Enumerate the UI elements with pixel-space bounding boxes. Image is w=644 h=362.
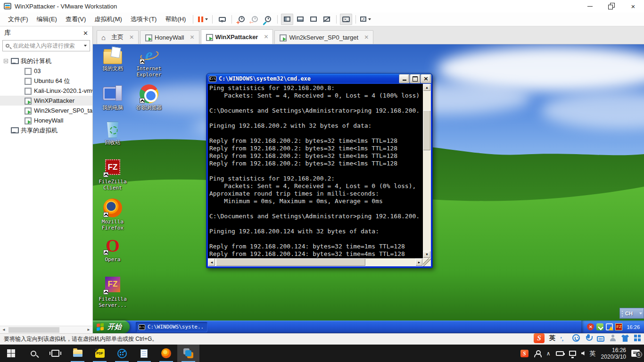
host-language-indicator[interactable]: 英 <box>590 349 596 358</box>
vm-screen[interactable]: 我的文档 Internet Explorer <box>93 44 644 333</box>
language-options-icon[interactable] <box>639 313 642 314</box>
cmd-vscrollbar[interactable]: ▲ ▼ <box>423 84 431 258</box>
pdf-app-button[interactable]: PDF <box>89 345 111 362</box>
library-close-icon[interactable]: ✕ <box>83 30 88 37</box>
host-clock[interactable]: 16:26 2020/3/10 <box>601 347 626 360</box>
vm-tree-item[interactable]: HoneyWall <box>0 115 92 125</box>
show-thumbnail-bar-button[interactable] <box>294 14 306 25</box>
vm-tree-item[interactable]: Win2kServer_SP0_targ <box>0 106 92 115</box>
fullscreen-button[interactable] <box>307 14 320 25</box>
library-search-input[interactable]: 在此处键入内容进行搜索 <box>2 40 90 51</box>
vm-tree-item[interactable]: Ubuntu 64 位 <box>0 76 92 86</box>
hscroll-thumb[interactable] <box>216 258 366 266</box>
tab-close-icon[interactable]: ✕ <box>190 34 194 41</box>
vm-tab[interactable]: Win2kServer_SP0_target ✕ <box>274 30 373 44</box>
free-stretch-button[interactable]: ↗ <box>359 14 372 25</box>
filezilla-tray-icon[interactable]: FZ <box>615 323 622 330</box>
vm-tree-item[interactable]: 我的计算机 <box>0 56 92 66</box>
manage-snapshots-button[interactable] <box>262 14 274 25</box>
revert-snapshot-button[interactable]: ← <box>248 14 261 25</box>
vm-tab[interactable]: HoneyWall ✕ <box>140 30 199 44</box>
xp-taskbar-task-cmd[interactable]: C:\WINDOWS\syste... <box>136 322 207 332</box>
show-library-button[interactable] <box>281 14 293 25</box>
close-button[interactable]: × <box>622 0 644 12</box>
vscroll-thumb[interactable] <box>423 110 431 151</box>
file-explorer-button[interactable] <box>66 345 89 362</box>
desktop-icon[interactable]: Opera <box>96 236 129 263</box>
pause-button[interactable] <box>197 14 209 25</box>
sogou-tray-icon[interactable]: S <box>520 350 528 357</box>
restore-button[interactable] <box>601 0 622 12</box>
menu-item[interactable]: 查看(V) <box>61 13 90 25</box>
desktop-icon[interactable]: Internet Explorer <box>132 45 165 78</box>
firefox-button[interactable] <box>155 345 177 362</box>
vm-tree-item[interactable]: Kali-Linux-2020.1-vmw <box>0 86 92 96</box>
emoji-icon[interactable] <box>572 334 580 342</box>
vm-tab[interactable]: WinXPattacker ✕ <box>201 29 273 44</box>
minimize-button[interactable] <box>579 0 601 12</box>
resize-grip[interactable] <box>423 258 431 266</box>
scroll-right-icon[interactable]: ► <box>85 328 92 332</box>
cmd-close-button[interactable] <box>421 74 431 83</box>
desktop-icon[interactable]: 谷歌浏览器 <box>132 84 165 111</box>
menu-item[interactable]: 文件(F) <box>4 13 33 25</box>
cmd-output[interactable]: Ping statistics for 192.168.200.8: Packe… <box>208 84 423 258</box>
network-icon[interactable] <box>569 351 576 356</box>
tab-close-icon[interactable]: ✕ <box>264 33 268 40</box>
xp-language-bar[interactable]: CH <box>619 308 644 319</box>
menu-item[interactable]: 虚拟机(M) <box>90 13 126 25</box>
console-view-button[interactable]: >_ <box>340 14 352 25</box>
scroll-left-icon[interactable]: ◄ <box>0 328 8 332</box>
people-icon[interactable] <box>534 350 541 357</box>
cmd-window[interactable]: C:\WINDOWS\system32\cmd.exe Ping statist… <box>206 73 433 268</box>
battery-icon[interactable] <box>556 351 564 356</box>
skin-icon[interactable] <box>621 334 629 342</box>
vmware-tools-icon[interactable] <box>596 323 603 330</box>
take-snapshot-button[interactable]: + <box>235 14 248 25</box>
desktop-icon[interactable]: FileZilla Server... <box>96 276 129 308</box>
vm-tree-item[interactable]: WinXPattacker <box>0 96 92 106</box>
desktop-icon[interactable]: 回收站 <box>96 119 129 146</box>
search-dropdown-icon[interactable] <box>84 45 87 47</box>
library-hscrollbar[interactable]: ◄ ► <box>0 326 92 333</box>
scroll-down-icon[interactable]: ▼ <box>423 251 431 258</box>
vm-tab[interactable]: 主页 ✕ <box>97 30 139 44</box>
task-view-button[interactable] <box>44 345 66 362</box>
tree-expander-icon[interactable] <box>4 59 8 63</box>
tray-expand-icon[interactable]: ∧ <box>546 350 551 357</box>
punctuation-icon[interactable] <box>560 334 568 342</box>
notepad-button[interactable] <box>133 345 155 362</box>
scroll-thumb[interactable] <box>8 327 59 333</box>
menu-item[interactable]: 编辑(E) <box>33 13 61 25</box>
send-ctrl-alt-del-button[interactable] <box>216 14 228 25</box>
host-search-button[interactable] <box>22 345 44 362</box>
language-indicator[interactable]: CH <box>625 311 633 316</box>
volume-icon[interactable] <box>581 351 585 355</box>
soft-keyboard-icon[interactable] <box>597 336 604 342</box>
scroll-left-icon[interactable]: ◄ <box>208 258 215 266</box>
account-icon[interactable] <box>609 334 617 342</box>
microphone-icon[interactable] <box>585 334 592 342</box>
sogou-logo-icon[interactable]: S <box>534 333 545 343</box>
host-start-button[interactable] <box>0 345 22 362</box>
network-warning-icon[interactable] <box>606 323 613 330</box>
desktop-icon[interactable]: 我的文档 <box>96 45 129 72</box>
tab-close-icon[interactable]: ✕ <box>364 34 369 41</box>
cmd-maximize-button[interactable] <box>410 74 420 83</box>
menu-item[interactable]: 帮助(H) <box>161 13 190 25</box>
scroll-right-icon[interactable]: ► <box>415 258 423 266</box>
language-bar-handle[interactable] <box>621 310 623 317</box>
vmware-workstation-button[interactable] <box>177 345 199 362</box>
xp-start-button[interactable]: 开始 <box>93 321 130 333</box>
cmd-minimize-button[interactable] <box>399 74 409 83</box>
security-shield-icon[interactable]: ✕ <box>587 323 594 330</box>
notification-center-icon[interactable]: 5 <box>631 350 640 357</box>
menu-item[interactable]: 选项卡(T) <box>126 13 161 25</box>
sogou-language-toggle[interactable]: 英 <box>549 334 555 342</box>
unity-mode-button[interactable] <box>321 14 333 25</box>
scroll-up-icon[interactable]: ▲ <box>423 84 431 91</box>
desktop-icon[interactable]: Mozilla Firefox <box>96 198 129 231</box>
xp-clock[interactable]: 16:26 <box>627 324 640 330</box>
tab-close-icon[interactable]: ✕ <box>129 34 134 41</box>
vm-tree-item[interactable]: 03 <box>0 66 92 76</box>
